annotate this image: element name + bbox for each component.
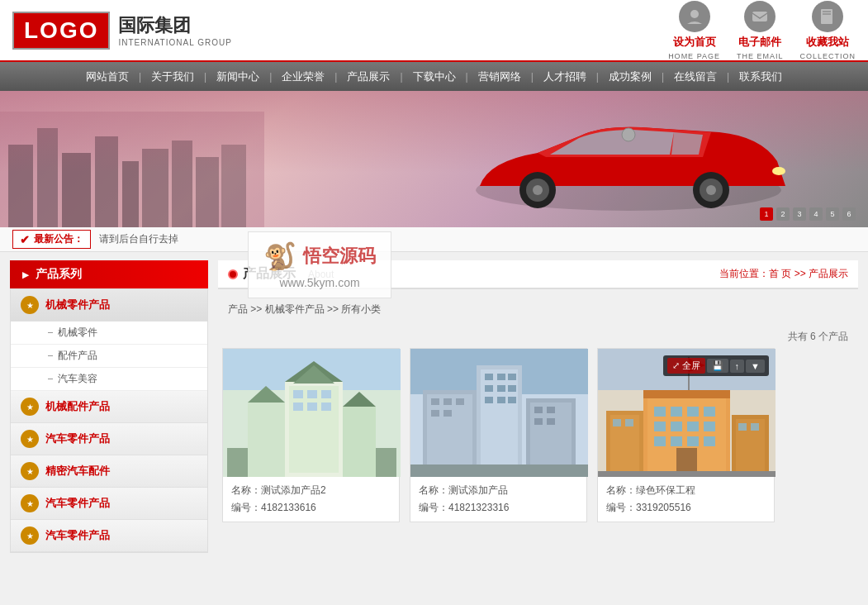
save-button[interactable]: 💾 [707,359,728,373]
sidebar-category-2[interactable]: ★ 机械配件产品 [11,391,207,423]
email-icon [744,1,776,32]
svg-rect-31 [293,390,303,398]
banner-dot-1[interactable]: 1 [760,207,773,221]
fullscreen-button[interactable]: ⤢ 全屏 [667,358,705,374]
banner-dot-2[interactable]: 2 [776,207,790,221]
product-count-text: 共有 6 个产品 [788,331,848,342]
category-icon-2: ★ [21,398,39,416]
product-image-1 [223,349,401,477]
nav-item-products[interactable]: 产品展示 [337,62,400,91]
sidebar-list: ★ 机械零件产品 机械零件 配件产品 汽车美容 ★ 机械配件产品 ★ 汽车零件产… [10,288,208,553]
sidebar-cat-label-4: 精密汽车配件 [45,464,110,479]
svg-rect-48 [485,385,493,392]
content-header: 产品展示 About 当前位置：首 页 >> 产品展示 [218,260,858,289]
product-path-text: 产品 >> 机械零件产品 >> 所有小类 [228,302,381,317]
sidebar-category-1[interactable]: ★ 机械零件产品 [11,289,207,322]
svg-rect-59 [431,410,439,417]
nav-item-news[interactable]: 新闻中心 [206,62,269,91]
svg-rect-76 [704,407,715,417]
product-info-1: 名称：测试添加产品2 编号：4182133616 [223,477,399,522]
nav-email[interactable]: 电子邮件 THE EMAIL [737,1,784,60]
svg-point-23 [622,128,635,141]
more-button[interactable]: ▼ [746,360,765,373]
svg-rect-64 [547,407,555,413]
nav-item-cases[interactable]: 成功案例 [599,62,662,91]
svg-rect-28 [289,386,339,473]
svg-rect-7 [37,128,58,227]
sidebar-sub-item-1-2[interactable]: 配件产品 [11,345,207,368]
nav-collection[interactable]: 收藏我站 COLLECTION [799,1,856,60]
sidebar-cat-label-1: 机械零件产品 [45,298,110,312]
nav-item-download[interactable]: 下载中心 [403,62,466,91]
company-name: 国际集团 [118,13,231,38]
nav-item-about[interactable]: 关于我们 [141,62,204,91]
sidebar-category-3[interactable]: ★ 汽车零件产品 [11,423,207,455]
svg-rect-36 [321,403,331,411]
svg-rect-33 [321,390,331,398]
product-info-2: 名称：测试添加产品 编号：41821323316 [410,477,586,522]
svg-rect-8 [62,153,91,227]
svg-rect-55 [427,394,472,473]
nav-homepage[interactable]: 设为首页 HOME PAGE [668,1,720,60]
svg-rect-63 [534,407,543,413]
svg-rect-10 [122,161,139,227]
svg-rect-13 [196,157,219,227]
svg-rect-72 [643,390,730,398]
sidebar-cat-label-5: 汽车零件产品 [45,496,110,511]
svg-rect-73 [654,407,666,417]
sidebar-cat-label-6: 汽车零件产品 [45,528,110,543]
announcement-label: 最新公告： [34,232,83,246]
fullscreen-icon: ⤢ [672,360,680,371]
nav-item-home[interactable]: 网站首页 [76,62,139,91]
nav-item-honor[interactable]: 企业荣誉 [272,62,334,91]
svg-rect-44 [481,369,518,473]
email-label: 电子邮件 [738,35,781,50]
banner-dot-6[interactable]: 6 [842,207,856,221]
svg-rect-50 [508,385,516,392]
sidebar-sub-item-1-3[interactable]: 汽车美容 [11,368,207,391]
building-svg-1 [223,349,401,477]
category-icon-5: ★ [21,494,39,512]
svg-rect-4 [823,13,831,15]
breadcrumb: 当前位置：首 页 >> 产品展示 [719,267,848,281]
nav-item-recruit[interactable]: 人才招聘 [534,62,596,91]
product-grid: 名称：测试添加产品2 编号：4182133616 [218,348,858,522]
banner-dot-4[interactable]: 4 [809,207,823,221]
section-title-text: 产品展示 [243,265,296,283]
fullscreen-label: 全屏 [682,360,700,372]
svg-rect-81 [654,436,666,446]
about-link[interactable]: About [308,269,334,280]
svg-rect-57 [443,398,452,405]
svg-point-18 [533,185,543,195]
svg-rect-3 [823,11,831,12]
svg-rect-92 [738,423,747,431]
sidebar-category-5[interactable]: ★ 汽车零件产品 [11,488,207,520]
sidebar-category-4[interactable]: ★ 精密汽车配件 [11,455,207,488]
product-card-1: 名称：测试添加产品2 编号：4182133616 [222,348,400,522]
nav-item-marketing[interactable]: 营销网络 [468,62,531,91]
banner-dot-3[interactable]: 3 [793,207,806,221]
sidebar-category-6[interactable]: ★ 汽车零件产品 [11,520,207,552]
svg-rect-53 [508,397,516,403]
category-icon-3: ★ [21,430,39,448]
svg-rect-89 [625,419,633,426]
share-button[interactable]: ↑ [730,360,745,373]
sidebar-sub-item-1-1[interactable]: 机械零件 [11,322,207,345]
svg-rect-78 [671,422,682,431]
company-sub: INTERNATIONAL GROUP [118,38,231,47]
product-name-1: 名称：测试添加产品2 [231,484,391,498]
svg-rect-11 [142,149,168,227]
svg-rect-60 [443,410,452,417]
banner-dot-5[interactable]: 5 [826,207,839,221]
product-code-3: 编号：3319205516 [606,501,766,515]
category-icon-4: ★ [21,462,39,480]
svg-rect-34 [293,403,303,411]
category-icon-1: ★ [21,296,39,314]
sidebar-title: 产品系列 [10,260,208,288]
svg-rect-32 [307,390,317,398]
svg-rect-56 [431,398,439,405]
nav-item-contact[interactable]: 联系我们 [729,62,792,91]
navbar-inner: 网站首页 | 关于我们 | 新闻中心 | 企业荣誉 | 产品展示 | 下载中心 … [76,62,792,91]
nav-item-guestbook[interactable]: 在线留言 [664,62,727,91]
product-card-2: 名称：测试添加产品 编号：41821323316 [410,348,587,522]
